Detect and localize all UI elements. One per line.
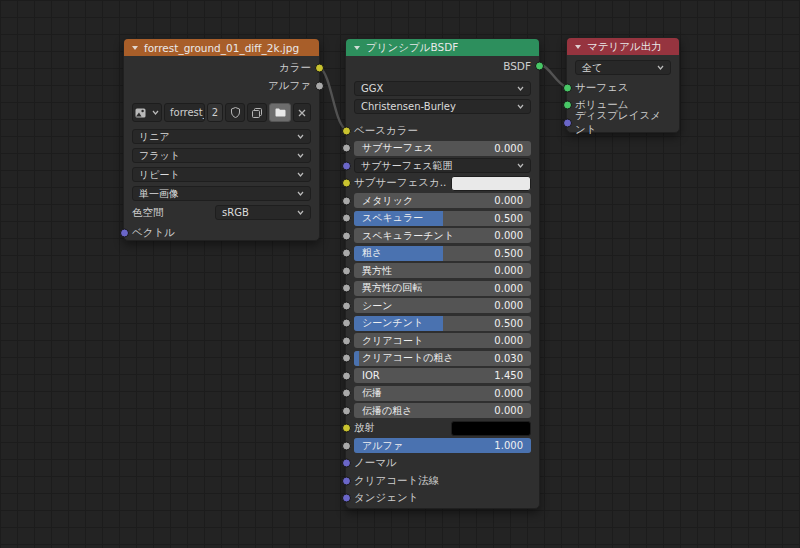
value-slider[interactable]: シーン0.000	[354, 298, 531, 313]
new-image-copy-button[interactable]	[247, 103, 267, 122]
input-value: 0.030	[494, 353, 531, 364]
socket-input-purple[interactable]	[342, 161, 351, 170]
node-image-texture[interactable]: forrest_ground_01_diff_2k.jpg カラー アルファ	[123, 38, 320, 241]
socket-input-vector[interactable]	[120, 228, 129, 237]
value-slider[interactable]: 伝播0.000	[354, 386, 531, 401]
socket-input-purple[interactable]	[342, 459, 351, 468]
distribution-dropdown[interactable]: GGX	[354, 81, 531, 96]
bsdf-input-row: サブサーフェス0.000	[354, 141, 531, 157]
socket-input-gray[interactable]	[342, 231, 351, 240]
image-name-field[interactable]: forrest_groun..	[164, 103, 205, 122]
value-slider[interactable]: サブサーフェス0.000	[354, 141, 531, 156]
extension-dropdown[interactable]: リピート	[132, 167, 311, 182]
subsurface-method-dropdown[interactable]: Christensen-Burley	[354, 99, 531, 114]
shield-icon	[231, 107, 240, 118]
target-dropdown[interactable]: 全て	[575, 60, 671, 75]
output-label: カラー	[279, 61, 311, 75]
input-value: 1.000	[494, 440, 531, 451]
socket-input-gray[interactable]	[342, 214, 351, 223]
socket-input-gray[interactable]	[342, 284, 351, 293]
socket-output-color[interactable]	[315, 64, 324, 73]
socket-input-gray[interactable]	[342, 266, 351, 275]
value-slider[interactable]: メタリック0.000	[354, 193, 531, 208]
socket-input-gray[interactable]	[342, 301, 351, 310]
socket-input-gray[interactable]	[342, 336, 351, 345]
node-header-principled-bsdf[interactable]: プリンシプルBSDF	[346, 39, 539, 56]
socket-output-alpha[interactable]	[315, 82, 324, 91]
socket-input-yellow[interactable]	[342, 126, 351, 135]
color-swatch[interactable]	[451, 421, 531, 436]
wire-bsdf-to-surface[interactable]	[540, 64, 566, 87]
value-slider[interactable]: 伝播の粗さ0.000	[354, 403, 531, 418]
chevron-down-icon	[297, 172, 304, 177]
value-slider[interactable]: スペキュラーチント0.000	[354, 228, 531, 243]
open-image-button[interactable]	[269, 103, 291, 122]
socket-output-bsdf[interactable]	[535, 62, 544, 71]
source-dropdown[interactable]: 単一画像	[132, 186, 311, 201]
value-slider[interactable]: スペキュラー0.500	[354, 211, 531, 226]
value-slider[interactable]: 異方性0.000	[354, 263, 531, 278]
collapse-arrow-icon[interactable]	[132, 46, 138, 50]
socket-input-purple[interactable]	[342, 494, 351, 503]
bsdf-input-row: 伝播の粗さ0.000	[354, 403, 531, 419]
socket-input-gray[interactable]	[342, 441, 351, 450]
input-value: 0.000	[494, 143, 531, 154]
value-slider[interactable]: シーンチント0.500	[354, 316, 531, 331]
socket-input-gray[interactable]	[342, 371, 351, 380]
socket-input-gray[interactable]	[342, 354, 351, 363]
node-header-image-texture[interactable]: forrest_ground_01_diff_2k.jpg	[124, 39, 319, 56]
value-slider[interactable]: アルファ1.000	[354, 438, 531, 453]
input-label: 異方性の回転	[354, 281, 422, 295]
chevron-down-icon	[517, 163, 524, 168]
bsdf-input-row: メタリック0.000	[354, 193, 531, 209]
socket-input-gray[interactable]	[342, 406, 351, 415]
bsdf-input-row: サブサーフェス範囲	[354, 158, 531, 174]
socket-input-gray[interactable]	[342, 319, 351, 328]
input-label: スペキュラーチント	[354, 229, 454, 243]
chevron-down-icon	[297, 153, 304, 158]
color-swatch[interactable]	[451, 176, 531, 191]
projection-dropdown[interactable]: フラット	[132, 148, 311, 163]
node-material-output[interactable]: マテリアル出力 全て サーフェス ボリューム ディスプレイスメント	[566, 37, 680, 133]
fake-user-shield-button[interactable]	[225, 103, 245, 122]
socket-input-yellow[interactable]	[342, 424, 351, 433]
bsdf-input-row: スペキュラーチント0.000	[354, 228, 531, 244]
socket-input-purple[interactable]	[342, 476, 351, 485]
socket-input-gray[interactable]	[342, 389, 351, 398]
wire-color-to-basecolor[interactable]	[320, 68, 345, 129]
socket-input-gray[interactable]	[342, 144, 351, 153]
value-slider[interactable]: クリアコート0.000	[354, 333, 531, 348]
browse-image-button[interactable]	[132, 103, 162, 122]
users-count-button[interactable]: 2	[207, 103, 223, 122]
vector-input-dropdown[interactable]: サブサーフェス範囲	[354, 158, 531, 173]
collapse-arrow-icon[interactable]	[354, 46, 360, 50]
socket-input-gray[interactable]	[342, 196, 351, 205]
input-label: サブサーフェス範囲	[361, 159, 452, 173]
input-label: メタリック	[354, 194, 413, 208]
socket-input-yellow[interactable]	[342, 179, 351, 188]
socket-input-gray[interactable]	[342, 249, 351, 258]
node-principled-bsdf[interactable]: プリンシプルBSDF BSDF GGX Christensen-Burley ベ…	[345, 38, 540, 509]
copy-icon	[252, 108, 262, 118]
bsdf-input-row: シーンチント0.500	[354, 316, 531, 332]
value-slider[interactable]: クリアコートの粗さ0.030	[354, 351, 531, 366]
chevron-down-icon	[297, 134, 304, 139]
socket-input-displacement[interactable]	[563, 118, 572, 127]
node-header-material-output[interactable]: マテリアル出力	[567, 38, 679, 55]
interpolation-dropdown[interactable]: リニア	[132, 129, 311, 144]
value-slider[interactable]: 粗さ0.500	[354, 246, 531, 261]
input-label: タンジェント	[354, 491, 418, 505]
unlink-image-button[interactable]	[293, 103, 311, 122]
value-slider[interactable]: IOR1.450	[354, 368, 531, 383]
value-slider[interactable]: 異方性の回転0.000	[354, 281, 531, 296]
bsdf-input-row: 伝播0.000	[354, 386, 531, 402]
socket-input-surface[interactable]	[563, 83, 572, 92]
output-row-alpha: アルファ	[124, 77, 319, 95]
colorspace-dropdown[interactable]: sRGB	[215, 205, 311, 220]
collapse-arrow-icon[interactable]	[575, 45, 581, 49]
input-label: 伝播	[354, 386, 382, 400]
socket-input-volume[interactable]	[563, 101, 572, 110]
input-label: サブサーフェスカ..	[354, 176, 451, 190]
input-label: シーン	[354, 299, 392, 313]
chevron-down-icon	[657, 65, 664, 70]
